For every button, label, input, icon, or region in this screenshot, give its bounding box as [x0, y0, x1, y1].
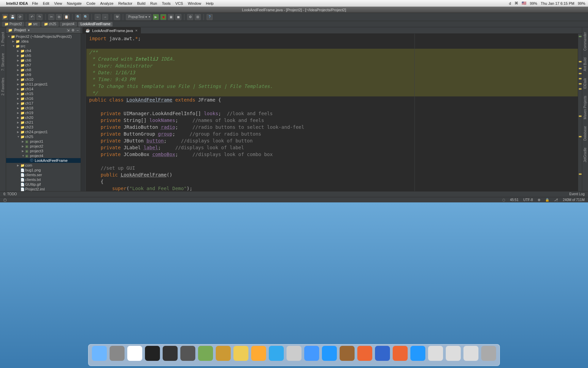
tree-node[interactable]: 📄bug1.png	[6, 168, 81, 172]
tree-node[interactable]: ▶📁ch14	[6, 87, 81, 91]
run-icon[interactable]: ▶	[153, 14, 159, 20]
tool-window-tab[interactable]: JetGradle	[583, 145, 587, 164]
project-tree[interactable]: ▼ 📁 Project2 (~/IdeaProjects/Project2) ▶…	[6, 33, 81, 191]
code-line[interactable]: private JButton button; //displays look …	[86, 137, 578, 144]
dock-app-icon[interactable]	[287, 346, 301, 361]
forward-icon[interactable]: →	[102, 14, 108, 20]
menubar-status-item[interactable]: 99%	[578, 1, 585, 5]
dock-app-icon[interactable]	[428, 346, 443, 361]
menu-tools[interactable]: Tools	[162, 1, 171, 5]
code-line[interactable]: private ButtonGroup group; //group for r…	[86, 131, 578, 137]
tree-node[interactable]: 📄clients.ser	[6, 172, 81, 177]
tree-node[interactable]: ⒸLookAndFeelFrame	[6, 158, 81, 163]
code-editor[interactable]: import java.awt.*; /** * Created with In…	[81, 34, 578, 191]
save-icon[interactable]: 💾	[10, 14, 16, 20]
settings-icon[interactable]: ⚙	[187, 14, 193, 20]
menu-analyze[interactable]: Analyze	[100, 1, 113, 5]
menu-navigate[interactable]: Navigate	[67, 1, 82, 5]
dock-app-icon[interactable]	[481, 346, 496, 361]
tree-node[interactable]: ▶📁ch11.project1	[6, 82, 81, 87]
code-line[interactable]: /**	[86, 49, 578, 56]
collapse-icon[interactable]: ⇲	[67, 28, 69, 32]
breadcrumb-item[interactable]: project4	[60, 22, 77, 27]
debug-icon[interactable]: 🐞	[160, 14, 166, 20]
tree-node[interactable]: ▶📁ch15	[6, 91, 81, 96]
code-line[interactable]: public LookAndFeelFrame()	[86, 171, 578, 178]
tree-node[interactable]: ▶📁ch17	[6, 101, 81, 106]
code-line[interactable]	[86, 158, 578, 165]
dock-app-icon[interactable]	[393, 346, 408, 361]
breadcrumb-item[interactable]: 📁 ch25	[42, 22, 59, 27]
replace-icon[interactable]: 🔍	[83, 14, 89, 20]
memory-indicator[interactable]: 240M of 711M	[563, 198, 585, 202]
dock-app-icon[interactable]	[145, 346, 160, 361]
build-icon[interactable]: ⚒	[114, 14, 120, 20]
open-icon[interactable]: 📂	[2, 14, 8, 20]
menu-view[interactable]: View	[54, 1, 62, 5]
dock-app-icon[interactable]	[92, 346, 107, 361]
tool-window-tab[interactable]: Commander	[583, 30, 587, 53]
tree-node[interactable]: 📄clients.txt	[6, 177, 81, 182]
menubar-status-item[interactable]: Thu Jan 17 6:15 PM	[541, 1, 574, 5]
run-config-combo[interactable]: PopupTest ▾	[126, 14, 151, 20]
insert-mode[interactable]: ⊕	[538, 198, 540, 202]
menubar-status-item[interactable]: 99%	[530, 1, 537, 5]
redo-icon[interactable]: ↷	[36, 14, 43, 20]
tree-node[interactable]: ▶📁ch24.project1	[6, 129, 81, 134]
code-line[interactable]: * Time: 9:43 PM	[86, 76, 578, 83]
undo-icon[interactable]: ↶	[29, 14, 35, 20]
back-icon[interactable]: ←	[95, 14, 101, 20]
cut-icon[interactable]: ✂	[48, 14, 54, 20]
code-line[interactable]: * To change this template use File | Set…	[86, 83, 578, 90]
dock-app-icon[interactable]	[216, 346, 231, 361]
code-line[interactable]	[86, 42, 578, 49]
menubar-status-item[interactable]: d	[509, 1, 511, 5]
dock-app-icon[interactable]	[463, 346, 478, 361]
dock-app-icon[interactable]	[410, 346, 425, 361]
menu-vcs[interactable]: VCS	[175, 1, 183, 5]
menu-window[interactable]: Window	[188, 1, 201, 5]
error-stripe[interactable]	[578, 34, 582, 191]
tree-node[interactable]: ▶📁ch16	[6, 96, 81, 101]
tree-node[interactable]: ▶📁ch18	[6, 106, 81, 110]
tool-window-tab[interactable]: 1: Project	[1, 30, 5, 48]
tool-window-tab[interactable]: 2: Favorites	[1, 76, 5, 97]
tree-node[interactable]: ▶▣project3	[6, 149, 81, 153]
code-line[interactable]: private String[] lookNames; //names of l…	[86, 117, 578, 124]
tree-node[interactable]: 📄GUItip.gif	[6, 182, 81, 187]
breadcrumb-item[interactable]: 📁 src	[26, 22, 40, 27]
code-line[interactable]: */	[86, 90, 578, 96]
dock-app-icon[interactable]	[110, 346, 125, 361]
paste-icon[interactable]: 📋	[63, 14, 69, 20]
project-root[interactable]: Project2 (~/IdeaProjects/Project2)	[16, 34, 72, 39]
copy-icon[interactable]: ⧉	[56, 14, 62, 20]
dock-app-icon[interactable]	[251, 346, 266, 361]
app-name[interactable]: IntelliJ IDEA	[6, 1, 28, 5]
tool-window-tab[interactable]: Maven Projects	[583, 94, 587, 121]
event-log-tab[interactable]: Event Log	[569, 192, 585, 196]
menu-file[interactable]: File	[32, 1, 38, 5]
menubar-status-item[interactable]: 🇺🇸	[522, 1, 526, 5]
tree-node[interactable]: ▶📁ch8	[6, 67, 81, 72]
menu-code[interactable]: Code	[86, 1, 95, 5]
code-line[interactable]: * Date: 1/16/13	[86, 69, 578, 76]
tree-node[interactable]: ▶📁ch10	[6, 77, 81, 82]
breadcrumb-item[interactable]: 📁 Project2	[2, 22, 24, 27]
code-line[interactable]	[86, 103, 578, 110]
code-line[interactable]: public class LookAndFeelFrame extends JF…	[86, 96, 578, 103]
lock-icon[interactable]: 🔒	[545, 198, 549, 202]
tree-node[interactable]: ▶📁ch5	[6, 53, 81, 58]
menu-build[interactable]: Build	[137, 1, 145, 5]
dock-app-icon[interactable]	[269, 346, 284, 361]
tree-node[interactable]: ▼▣project4	[6, 153, 81, 158]
menu-run[interactable]: Run	[150, 1, 157, 5]
breadcrumb-item[interactable]: LookAndFeelFrame	[78, 22, 113, 27]
dock-app-icon[interactable]	[304, 346, 319, 361]
tree-node[interactable]: ▶📁.idea	[6, 39, 81, 44]
code-line[interactable]: private UIManager.LookAndFeelInfo[] look…	[86, 110, 578, 117]
menu-edit[interactable]: Edit	[43, 1, 49, 5]
code-line[interactable]: {	[86, 178, 578, 185]
tool-window-tab[interactable]: Database	[583, 124, 587, 143]
menu-refactor[interactable]: Refactor	[118, 1, 132, 5]
tree-node[interactable]: ▶📁ch20	[6, 115, 81, 120]
